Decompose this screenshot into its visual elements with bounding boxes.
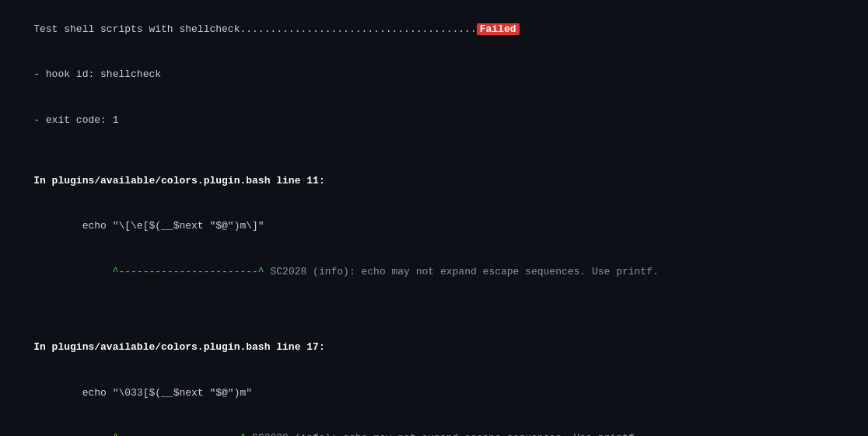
blank-line-1 bbox=[9, 143, 859, 159]
hook-id-line: - hook id: shellcheck bbox=[9, 52, 859, 98]
failed-badge: Failed bbox=[477, 23, 520, 35]
section-header-2: In plugins/available/colors.plugin.bash … bbox=[9, 325, 859, 371]
status-text: Test shell scripts with shellcheck......… bbox=[33, 23, 519, 35]
exit-code-line: - exit code: 1 bbox=[9, 97, 859, 143]
hook-id-text: - hook id: shellcheck bbox=[33, 68, 161, 80]
blank-line-3 bbox=[9, 309, 859, 325]
pointer-line-2: ^--------------------^ SC2028 (info): ec… bbox=[9, 416, 859, 437]
section-header-1: In plugins/available/colors.plugin.bash … bbox=[9, 158, 859, 204]
pointer-line-1: ^-----------------------^ SC2028 (info):… bbox=[9, 249, 859, 295]
terminal-output: Test shell scripts with shellcheck......… bbox=[0, 0, 868, 436]
code-line-2: echo "\033[$(__$next "$@")m" bbox=[9, 370, 859, 416]
code-line-1: echo "\[\e[$(__$next "$@")m\]" bbox=[9, 204, 859, 249]
blank-line-2 bbox=[9, 295, 859, 310]
exit-code-text: - exit code: 1 bbox=[33, 114, 118, 126]
status-line: Test shell scripts with shellcheck......… bbox=[9, 6, 859, 52]
